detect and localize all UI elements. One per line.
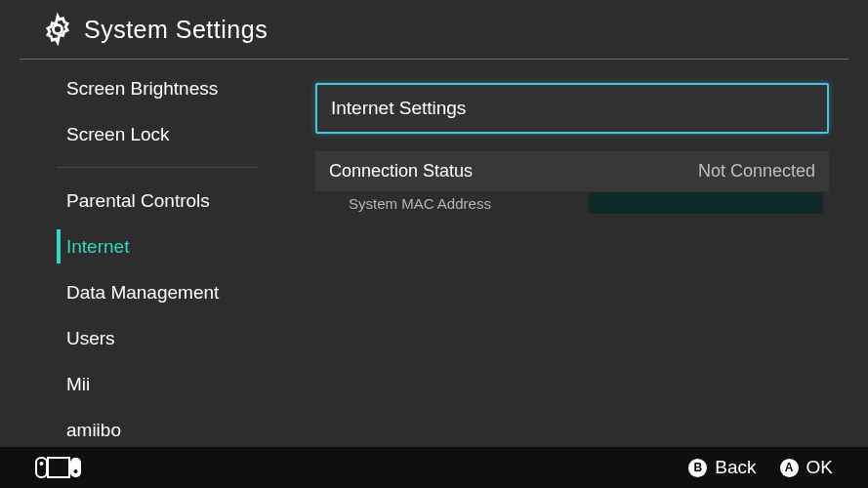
sidebar-item-data-management[interactable]: Data Management [0, 269, 278, 315]
sidebar-item-label: amiibo [66, 420, 121, 441]
back-button[interactable]: B Back [688, 457, 756, 478]
sidebar-item-label: Screen Lock [66, 124, 170, 145]
a-button-icon: A [780, 459, 799, 477]
svg-point-0 [53, 24, 62, 33]
back-label: Back [715, 457, 756, 478]
sidebar-item-mii[interactable]: Mii [0, 361, 278, 407]
sidebar-item-label: Users [66, 328, 115, 349]
sidebar-item-internet[interactable]: Internet [0, 224, 278, 269]
gear-icon [41, 13, 74, 46]
sidebar-item-users[interactable]: Users [0, 315, 278, 361]
mac-address-value [589, 192, 823, 214]
ok-button[interactable]: A OK [780, 457, 833, 478]
connection-status-row[interactable]: Connection Status Not Connected [315, 151, 829, 191]
internet-settings-button[interactable]: Internet Settings [315, 83, 829, 134]
sidebar-item-label: Data Management [66, 282, 219, 304]
svg-point-4 [40, 462, 44, 466]
svg-point-5 [74, 469, 78, 473]
svg-rect-3 [70, 458, 81, 477]
sidebar-item-label: Parental Controls [66, 190, 210, 212]
sidebar-item-parental-controls[interactable]: Parental Controls [0, 178, 278, 224]
internet-settings-label: Internet Settings [331, 98, 466, 119]
svg-rect-1 [36, 458, 47, 477]
b-button-icon: B [688, 459, 707, 477]
sidebar-item-amiibo[interactable]: amiibo [0, 407, 278, 447]
sidebar-separator [57, 167, 259, 168]
page-title: System Settings [84, 16, 268, 44]
connection-status-label: Connection Status [329, 161, 473, 182]
sidebar-item-label: Screen Brightness [66, 78, 218, 100]
ok-label: OK [806, 457, 833, 478]
sidebar-item-label: Mii [66, 374, 90, 395]
controller-icon [35, 457, 82, 478]
mac-address-row: System MAC Address [315, 191, 829, 215]
footer: B Back A OK [0, 447, 868, 488]
header: System Settings [0, 0, 868, 59]
sidebar-item-label: Internet [66, 236, 129, 258]
sidebar-item-screen-lock[interactable]: Screen Lock [0, 111, 278, 157]
sidebar-list: Screen Brightness Screen Lock Parental C… [0, 60, 278, 447]
sidebar: Screen Brightness Screen Lock Parental C… [0, 60, 278, 447]
main-panel: Internet Settings Connection Status Not … [278, 60, 868, 447]
svg-rect-2 [48, 458, 69, 477]
mac-address-label: System MAC Address [349, 195, 491, 212]
connection-status-value: Not Connected [698, 161, 815, 182]
sidebar-item-screen-brightness[interactable]: Screen Brightness [0, 65, 278, 111]
